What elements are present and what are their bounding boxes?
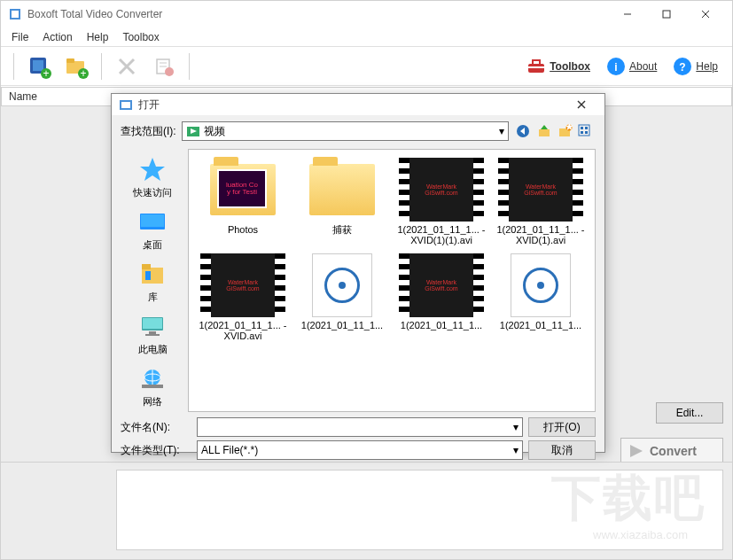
filetype-combo[interactable]: ALL File(*.*) ▾ — [197, 440, 523, 460]
bottom-area — [1, 462, 732, 559]
svg-text:★: ★ — [565, 124, 573, 133]
lookin-label: 查找范围(I): — [121, 124, 176, 139]
svg-text:?: ? — [680, 61, 686, 74]
place-libraries[interactable]: 库 — [121, 257, 184, 307]
place-network[interactable]: 网络 — [121, 362, 184, 412]
svg-text:▼: ▼ — [594, 124, 596, 136]
svg-rect-45 — [585, 131, 588, 134]
svg-rect-11 — [66, 58, 74, 63]
svg-rect-41 — [579, 125, 589, 136]
svg-rect-49 — [141, 214, 164, 227]
help-link[interactable]: ? Help — [667, 57, 723, 76]
folder-icon — [299, 157, 386, 222]
file-item[interactable]: 1(2021_01_11_1... — [492, 251, 589, 343]
place-this-pc[interactable]: 此电脑 — [121, 309, 184, 360]
svg-rect-42 — [581, 127, 583, 129]
svg-rect-1 — [12, 11, 19, 18]
file-item[interactable]: WaterMarkGiSwift.com1(2021_01_11_1... - … — [393, 155, 490, 247]
file-item[interactable]: WaterMarkGiSwift.com1(2021_01_11_1... — [393, 251, 490, 343]
filetype-label: 文件类型(T): — [121, 443, 191, 458]
titlebar: Boxoft Total Video Converter — [1, 1, 732, 27]
video-thumb-icon: WaterMarkGiSwift.com — [398, 253, 485, 318]
view-menu-icon[interactable]: ▼ — [578, 122, 596, 140]
edit-button[interactable]: Edit... — [656, 402, 723, 424]
toolbar: + + Toolbox i About ? Help — [1, 47, 732, 86]
menu-help[interactable]: Help — [80, 29, 116, 45]
app-title: Boxoft Total Video Converter — [27, 8, 608, 20]
file-item[interactable]: WaterMarkGiSwift.com1(2021_01_11_1... - … — [492, 155, 589, 247]
nav-icons: ★ ▼ — [514, 122, 596, 140]
place-desktop[interactable]: 桌面 — [121, 205, 184, 255]
svg-rect-51 — [142, 264, 151, 269]
toolbox-link[interactable]: Toolbox — [521, 57, 596, 76]
svg-text:+: + — [80, 67, 86, 79]
chevron-down-icon: ▾ — [513, 421, 519, 433]
quick-access-icon — [138, 156, 167, 184]
add-video-button[interactable]: + — [23, 51, 55, 82]
video-thumb-icon: WaterMarkGiSwift.com — [497, 157, 584, 222]
media-file-icon — [497, 253, 584, 318]
filename-input[interactable]: ▾ — [197, 417, 523, 437]
file-view[interactable]: luation Coy for TestiPhotos捕获WaterMarkGi… — [188, 149, 596, 412]
svg-marker-37 — [541, 125, 548, 129]
file-item[interactable]: luation Coy for TestiPhotos — [194, 155, 292, 247]
file-item[interactable]: WaterMarkGiSwift.com1(2021_01_11_1... - … — [194, 251, 292, 343]
place-quick-access[interactable]: 快速访问 — [121, 152, 184, 203]
log-panel — [116, 470, 723, 550]
menu-action[interactable]: Action — [35, 29, 79, 45]
svg-rect-50 — [142, 268, 163, 284]
menu-file[interactable]: File — [4, 29, 35, 45]
delete-button[interactable] — [111, 51, 143, 82]
places-bar: 快速访问 桌面 库 此电脑 网络 — [121, 149, 184, 412]
open-button[interactable]: 打开(O) — [528, 417, 596, 437]
pc-icon — [138, 313, 167, 341]
close-button[interactable] — [686, 2, 725, 27]
file-name-label: 捕获 — [332, 222, 352, 235]
menu-toolbox[interactable]: Toolbox — [115, 29, 166, 45]
file-name-label: 1(2021_01_11_1... — [401, 318, 482, 331]
help-icon: ? — [673, 57, 692, 76]
svg-rect-44 — [581, 131, 583, 134]
libraries-icon — [138, 261, 167, 289]
help-label: Help — [696, 60, 718, 73]
minimize-button[interactable] — [608, 2, 647, 27]
svg-rect-21 — [533, 60, 540, 65]
file-name-label: Photos — [228, 222, 258, 235]
back-icon[interactable] — [514, 122, 532, 140]
toolbox-label: Toolbox — [550, 60, 590, 73]
svg-rect-52 — [145, 271, 151, 280]
file-item[interactable]: 1(2021_01_11_1... — [293, 251, 391, 343]
new-folder-icon[interactable]: ★ — [557, 122, 574, 140]
svg-rect-56 — [145, 334, 160, 336]
cancel-button[interactable]: 取消 — [528, 440, 596, 460]
lookin-value: 视频 — [204, 124, 225, 139]
media-file-icon — [299, 253, 386, 318]
svg-marker-47 — [140, 158, 165, 181]
dialog-title: 打开 — [138, 97, 565, 113]
file-name-label: 1(2021_01_11_1... - XVID.avi — [197, 318, 289, 341]
file-item[interactable]: 捕获 — [293, 155, 391, 247]
dialog-close-button[interactable] — [565, 94, 597, 115]
up-icon[interactable] — [535, 122, 553, 140]
video-thumb-icon: WaterMarkGiSwift.com — [398, 157, 485, 222]
about-link[interactable]: i About — [601, 57, 662, 76]
lookin-combo[interactable]: 视频 ▾ — [182, 121, 509, 141]
svg-rect-7 — [33, 60, 43, 71]
convert-button[interactable]: Convert — [650, 444, 697, 458]
add-folder-button[interactable]: + — [60, 51, 92, 82]
maximize-button[interactable] — [647, 2, 686, 27]
svg-rect-29 — [121, 102, 130, 108]
video-folder-icon — [186, 124, 200, 138]
dialog-bottom: 文件名(N): ▾ 打开(O) 文件类型(T): ALL File(*.*) ▾… — [121, 417, 596, 460]
svg-text:i: i — [614, 61, 617, 74]
clear-button[interactable] — [148, 51, 180, 82]
svg-text:+: + — [43, 67, 49, 79]
svg-rect-3 — [663, 11, 670, 18]
file-name-label: 1(2021_01_11_1... — [500, 318, 581, 331]
svg-marker-27 — [630, 445, 643, 457]
dialog-icon — [119, 97, 133, 112]
svg-rect-60 — [142, 385, 163, 388]
dialog-body: 查找范围(I): 视频 ▾ ★ ▼ 快速访问 桌面 — [112, 115, 604, 467]
filename-label: 文件名(N): — [121, 420, 191, 435]
desktop-icon — [138, 208, 167, 237]
